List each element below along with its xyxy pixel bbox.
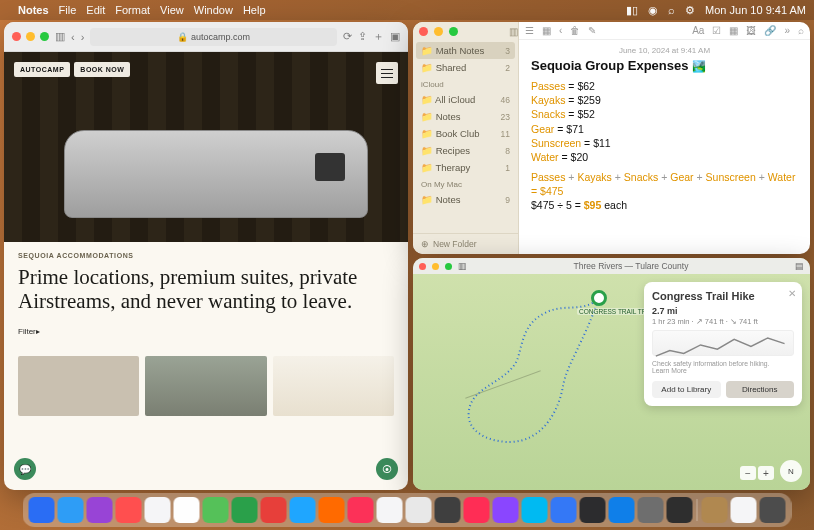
address-bar[interactable]: 🔒 autocamp.com xyxy=(90,28,337,46)
minimize-icon[interactable] xyxy=(26,32,35,41)
control-center-icon[interactable]: ⚙︎ xyxy=(685,4,695,17)
dock xyxy=(23,493,792,527)
brand-logo[interactable]: AUTOCAMP xyxy=(14,62,70,77)
dock-app[interactable] xyxy=(116,497,142,523)
tabs-icon[interactable]: ▣ xyxy=(390,30,400,43)
note-editor[interactable]: June 10, 2024 at 9:41 AM Sequoia Group E… xyxy=(519,40,810,219)
menu-window[interactable]: Window xyxy=(194,4,233,16)
hamburger-icon[interactable] xyxy=(376,62,398,84)
chat-icon[interactable]: 💬 xyxy=(14,458,36,480)
dock-app[interactable] xyxy=(232,497,258,523)
sidebar-icon[interactable]: ▥ xyxy=(55,30,65,43)
accommodation-thumb[interactable] xyxy=(18,356,139,416)
dock-app[interactable] xyxy=(551,497,577,523)
menu-format[interactable]: Format xyxy=(115,4,150,16)
menu-view[interactable]: View xyxy=(160,4,184,16)
menu-edit[interactable]: Edit xyxy=(86,4,105,16)
accommodation-thumb[interactable] xyxy=(273,356,394,416)
zoom-out-button[interactable]: − xyxy=(740,466,756,480)
sidebar-icon[interactable]: ▥ xyxy=(458,261,467,271)
dock-app[interactable] xyxy=(87,497,113,523)
list-view-icon[interactable]: ☰ xyxy=(525,25,534,36)
filter-button[interactable]: Filter▸ xyxy=(18,327,394,336)
dock-app[interactable] xyxy=(319,497,345,523)
dock-app[interactable] xyxy=(406,497,432,523)
search-icon[interactable]: ⌕ xyxy=(798,25,804,36)
dock-app[interactable] xyxy=(702,497,728,523)
checklist-icon[interactable]: ☑ xyxy=(712,25,721,36)
sidebar-item[interactable]: 📁 Notes23 xyxy=(413,108,518,125)
accessibility-icon[interactable]: ⦿ xyxy=(376,458,398,480)
wifi-icon[interactable]: ◉ xyxy=(648,4,658,17)
close-icon[interactable] xyxy=(419,27,428,36)
table-icon[interactable]: ▦ xyxy=(729,25,738,36)
map-canvas[interactable]: CONGRESS TRAIL TRAILHEAD ✕ Congress Trai… xyxy=(413,274,810,490)
book-now-button[interactable]: BOOK NOW xyxy=(74,62,130,77)
map-mode-icon[interactable]: ▤ xyxy=(795,261,804,271)
dock-app[interactable] xyxy=(522,497,548,523)
dock-app[interactable] xyxy=(290,497,316,523)
close-icon[interactable]: ✕ xyxy=(788,288,796,299)
app-menu[interactable]: Notes xyxy=(18,4,49,16)
dock-app[interactable] xyxy=(377,497,403,523)
zoom-in-button[interactable]: + xyxy=(758,466,774,480)
compose-icon[interactable]: ✎ xyxy=(588,25,596,36)
zoom-icon[interactable] xyxy=(40,32,49,41)
reload-icon[interactable]: ⟳ xyxy=(343,30,352,43)
trailhead-pin[interactable] xyxy=(591,290,607,306)
forward-icon[interactable]: › xyxy=(81,31,85,43)
delete-icon[interactable]: 🗑 xyxy=(570,25,580,36)
dock-app[interactable] xyxy=(580,497,606,523)
sidebar-item[interactable]: 📁 Book Club11 xyxy=(413,125,518,142)
compass-icon[interactable]: N xyxy=(780,460,802,482)
grid-view-icon[interactable]: ▦ xyxy=(542,25,551,36)
dock-app[interactable] xyxy=(667,497,693,523)
learn-more-link[interactable]: Learn More xyxy=(652,367,687,374)
dock-app[interactable] xyxy=(29,497,55,523)
sidebar-item[interactable]: 📁 Shared2 xyxy=(413,59,518,76)
dock-app[interactable] xyxy=(58,497,84,523)
dock-app[interactable] xyxy=(493,497,519,523)
dock-app[interactable] xyxy=(638,497,664,523)
zoom-icon[interactable] xyxy=(445,263,452,270)
battery-icon[interactable]: ▮▯ xyxy=(626,4,638,17)
dock-app[interactable] xyxy=(145,497,171,523)
link-icon[interactable]: 🔗 xyxy=(764,25,776,36)
close-icon[interactable] xyxy=(419,263,426,270)
menu-help[interactable]: Help xyxy=(243,4,266,16)
minimize-icon[interactable] xyxy=(434,27,443,36)
add-to-library-button[interactable]: Add to Library xyxy=(652,381,721,398)
directions-button[interactable]: Directions xyxy=(726,381,795,398)
dock-app[interactable] xyxy=(731,497,757,523)
dock-app[interactable] xyxy=(435,497,461,523)
zoom-icon[interactable] xyxy=(449,27,458,36)
media-icon[interactable]: 🖼 xyxy=(746,25,756,36)
new-folder-button[interactable]: ⊕New Folder xyxy=(413,233,518,254)
close-icon[interactable] xyxy=(12,32,21,41)
back-icon[interactable]: ‹ xyxy=(559,25,562,36)
accommodation-thumb[interactable] xyxy=(145,356,266,416)
sidebar-item[interactable]: 📁 All iCloud46 xyxy=(413,91,518,108)
sidebar-item[interactable]: 📁 Math Notes3 xyxy=(416,42,515,59)
dock-app[interactable] xyxy=(348,497,374,523)
dock-app[interactable] xyxy=(464,497,490,523)
minimize-icon[interactable] xyxy=(432,263,439,270)
dock-app[interactable] xyxy=(760,497,786,523)
dock-app[interactable] xyxy=(203,497,229,523)
more-icon[interactable]: » xyxy=(784,25,790,36)
dock-app[interactable] xyxy=(174,497,200,523)
clock[interactable]: Mon Jun 10 9:41 AM xyxy=(705,4,806,16)
back-icon[interactable]: ‹ xyxy=(71,31,75,43)
safari-window: ▥ ‹ › 🔒 autocamp.com ⟳ ⇪ ＋ ▣ AUTOCAMP BO… xyxy=(4,22,408,490)
dock-app[interactable] xyxy=(261,497,287,523)
new-tab-icon[interactable]: ＋ xyxy=(373,29,384,44)
share-icon[interactable]: ⇪ xyxy=(358,30,367,43)
sidebar-item[interactable]: 📁 Recipes8 xyxy=(413,142,518,159)
sidebar-item[interactable]: 📁 Therapy1 xyxy=(413,159,518,176)
search-icon[interactable]: ⌕ xyxy=(668,4,675,16)
sidebar-toggle-icon[interactable]: ▥ xyxy=(509,26,518,37)
format-icon[interactable]: Aa xyxy=(692,25,704,36)
sidebar-item[interactable]: 📁 Notes9 xyxy=(413,191,518,208)
menu-file[interactable]: File xyxy=(59,4,77,16)
dock-app[interactable] xyxy=(609,497,635,523)
